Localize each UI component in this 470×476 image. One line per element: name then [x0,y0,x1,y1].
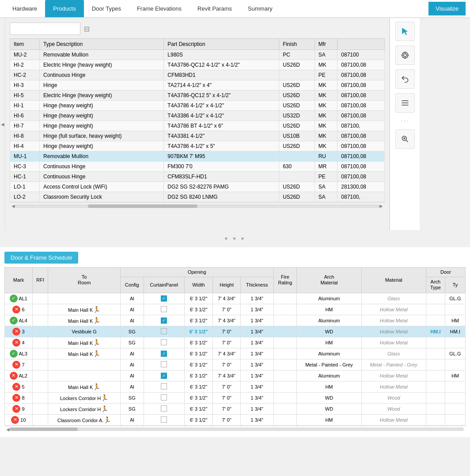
list-item[interactable]: ✓ AL4 Main Hall K🏃 Al ✓ 6' 3 1/2" 7' 4 3… [5,315,466,326]
visualize-button[interactable]: Visualize [428,2,466,15]
schedule-hscroll-track[interactable] [10,427,464,431]
col-header-height[interactable]: Height [213,277,240,293]
table-row[interactable]: HC-2 Continuous Hinge CFM83HD1 PE 087100… [10,70,385,80]
tab-frame-elevations[interactable]: Frame Elevations [129,0,190,17]
cell-material: Glass [361,293,426,304]
cell-finish: US26D [279,182,315,192]
table-row[interactable]: HI-5 Electric Hinge (heavy weight) T4A37… [10,91,385,101]
list-item[interactable]: ✕ 7 Al 6' 3 1/2" 7' 0" 1 3/4" Metal - Pa… [5,359,466,370]
table-row[interactable]: MU-2 Removable Mullion L980S PC SA 08710… [10,50,385,60]
left-collapse-handle[interactable]: ◀ [0,18,5,230]
cell-curtain[interactable]: ✓ [144,370,184,381]
cell-curtain[interactable] [144,359,184,370]
cell-type-desc: Continuous Hinge [40,162,164,172]
schedule-hscroll-left[interactable]: ◀ [6,427,10,432]
cell-part-desc: T4A3786 4-1/2" x 5" [164,141,279,151]
curtain-checkbox-checked[interactable]: ✓ [161,351,167,357]
tab-revit-params[interactable]: Revit Params [190,0,240,17]
tab-products[interactable]: Products [45,0,83,17]
table-row[interactable]: LO-1 Access Control Lock (WiFi) DG2 SG S… [10,182,385,192]
curtain-checkbox-unchecked[interactable] [161,306,167,312]
cell-curtain[interactable] [144,304,184,315]
table-row[interactable]: LO-2 Classroom Security Lock DG2 SG 8240… [10,192,385,202]
curtain-checkbox-unchecked[interactable] [161,416,167,423]
list-icon[interactable] [395,93,415,113]
table-row[interactable]: HI-6 Hinge (heavy weight) T4A3386 4-1/2"… [10,111,385,121]
search-input[interactable] [10,23,80,35]
curtain-checkbox-unchecked[interactable] [161,361,167,367]
curtain-checkbox-checked[interactable]: ✓ [161,295,167,302]
table-row[interactable]: HC-1 Continuous Hinge CFM83SLF-HD1 PE 08… [10,172,385,182]
cell-curtain[interactable]: ✓ [144,348,184,359]
curtain-checkbox-unchecked[interactable] [161,383,167,389]
col-header-door-arch-type[interactable]: ArchType [426,277,445,293]
list-item[interactable]: ✕ 3 Vestibule G SG 6' 3 1/2" 7' 0" 1 3/4… [5,326,466,337]
tab-hardware[interactable]: Hardware [4,0,45,17]
schedule-hscroll-thumb[interactable] [10,427,78,431]
curtain-checkbox-unchecked[interactable] [161,405,167,412]
col-header-width[interactable]: Width [184,277,213,293]
list-item[interactable]: ✕ 9 Lockers Corridor H🏃 SG 6' 3 1/2" 7' … [5,403,466,414]
cell-curtain[interactable] [144,326,184,337]
cursor-icon[interactable] [395,22,415,41]
list-item[interactable]: ✕ 6 Main Hall K🏃 Al 6' 3 1/2" 7' 0" 1 3/… [5,304,466,315]
cell-fire-rating [273,348,297,359]
tab-summary[interactable]: Summary [240,0,280,17]
hscroll-track[interactable] [15,204,379,208]
col-header-config[interactable]: Config [120,277,144,293]
col-header-material[interactable]: Material [361,268,426,293]
col-header-ty[interactable]: Ty [445,277,465,293]
curtain-checkbox-checked[interactable]: ✓ [161,373,167,379]
col-header-mark[interactable]: Mark [5,268,33,293]
cell-curtain[interactable] [144,381,184,392]
list-item[interactable]: ✓ AL3 Main Hall K🏃 Al ✓ 6' 3 1/2" 7' 4 3… [5,348,466,359]
curtain-checkbox-unchecked[interactable] [161,394,167,400]
filter-icon[interactable]: ⊟ [84,25,90,33]
table-row[interactable]: HI-8 Hinge (full surface, heavy weight) … [10,131,385,141]
table-row[interactable]: HI-7 Hinge (heavy weight) T4A3786 BT 4-1… [10,121,385,131]
cell-curtain[interactable] [144,403,184,414]
list-item[interactable]: ✕ 10 Classroom Coridor A.🏃 Al 6' 3 1/2" … [5,414,466,425]
col-header-type-desc[interactable]: Type Description [40,39,164,50]
table-row[interactable]: HI-2 Electric Hinge (heavy weight) T4A37… [10,60,385,70]
list-item[interactable]: ✕ 8 Lockers Corridor H🏃 SG 6' 3 1/2" 7' … [5,392,466,403]
list-item[interactable]: ✕ 5 Main Hall K🏃 Al 6' 3 1/2" 7' 0" 1 3/… [5,381,466,392]
hscroll-right-arrow[interactable]: ▶ [379,204,383,208]
table-row[interactable]: HI-1 Hinge (heavy weight) T4A3786 4-1/2"… [10,101,385,111]
col-header-arch-material[interactable]: ArchMaterial [297,268,361,293]
target-icon[interactable] [395,45,415,65]
col-header-part-desc[interactable]: Part Description [164,39,279,50]
schedule-hscroll[interactable]: ◀ [4,426,466,433]
hscroll-thumb[interactable] [88,204,197,208]
table-row[interactable]: HI-4 Hinge (heavy weight) T4A3786 4-1/2"… [10,141,385,151]
list-item[interactable]: ✕ AL2 Al ✓ 6' 3 1/2" 7' 4 3/4" 1 3/4" Al… [5,370,466,381]
col-header-thickness[interactable]: Thickness [240,277,273,293]
table-row[interactable]: HI-3 Hinge TA2714 4-1/2" x 4" US26D MK 0… [10,80,385,91]
list-item[interactable]: ✕ 4 Main Hall K🏃 SG 6' 3 1/2" 7' 0" 1 3/… [5,337,466,348]
search-zoom-icon[interactable] [395,129,415,149]
back-icon[interactable] [395,69,415,89]
cell-curtain[interactable]: ✓ [144,293,184,304]
col-header-item[interactable]: Item [10,39,40,50]
cell-rfi [32,337,48,348]
cell-curtain[interactable] [144,414,184,425]
cell-curtain[interactable] [144,392,184,403]
cell-curtain[interactable]: ✓ [144,315,184,326]
table-row[interactable]: HC-3 Continuous Hinge FM300 7'0 630 MR 0… [10,162,385,172]
curtain-checkbox-unchecked[interactable] [161,339,167,345]
list-item[interactable]: ✓ AL1 Al ✓ 6' 3 1/2" 7' 4 3/4" 1 3/4" Al… [5,293,466,304]
cell-curtain[interactable] [144,337,184,348]
col-header-fire-rating[interactable]: FireRating [273,268,297,293]
curtain-checkbox-checked[interactable]: ✓ [161,317,167,324]
curtain-checkbox-unchecked[interactable] [161,328,167,334]
run-icon: 🏃 [93,306,100,313]
col-header-mfr[interactable]: Mfr [315,39,337,50]
hscroll-left-arrow[interactable]: ◀ [11,204,15,208]
col-header-finish[interactable]: Finish [279,39,315,50]
col-header-to-room[interactable]: ToRoom [48,268,121,293]
tab-door-types[interactable]: Door Types [84,0,129,17]
table-row[interactable]: MU-1 Removable Mullion 907BKM 7' M95 RU … [10,151,385,162]
products-hscroll[interactable]: ◀ ▶ [10,202,385,209]
col-header-rfi[interactable]: RFI [32,268,48,293]
col-header-curtain[interactable]: CurtainPanel [144,277,184,293]
